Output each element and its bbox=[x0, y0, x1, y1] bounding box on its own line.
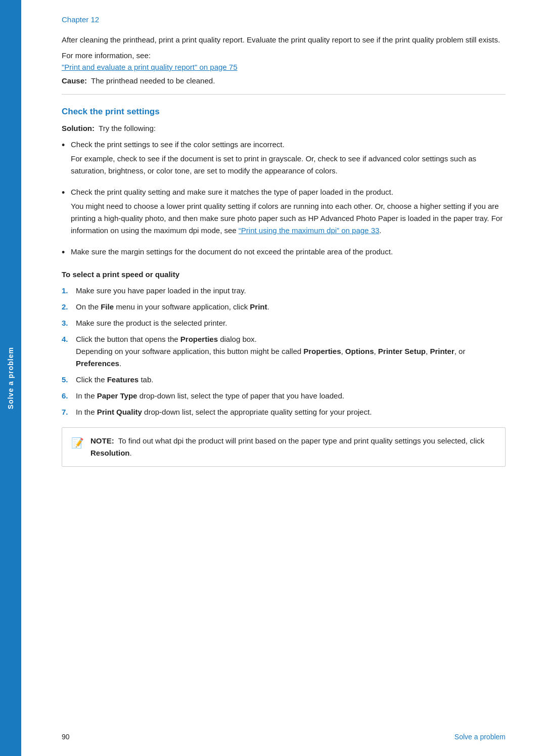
list-item: 7. In the Print Quality drop-down list, … bbox=[62, 406, 506, 418]
list-item: • Make sure the margin settings for the … bbox=[62, 246, 506, 260]
main-content: Chapter 12 After cleaning the printhead,… bbox=[21, 0, 546, 497]
step-number: 6. bbox=[62, 390, 76, 402]
step-number: 4. bbox=[62, 333, 76, 345]
list-item: • Check the print settings to see if the… bbox=[62, 139, 506, 179]
step-number: 7. bbox=[62, 406, 76, 418]
bullet2-detail: You might need to choose a lower print q… bbox=[71, 200, 506, 237]
section-title: Check the print settings bbox=[62, 107, 506, 117]
divider-top bbox=[62, 94, 506, 95]
max-dpi-link[interactable]: “Print using the maximum dpi” on page 33 bbox=[239, 226, 379, 235]
sidebar-label: Solve a problem bbox=[7, 347, 15, 409]
step-content: Make sure you have paper loaded in the i… bbox=[76, 285, 506, 297]
list-item: 6. In the Paper Type drop-down list, sel… bbox=[62, 390, 506, 402]
step-number: 5. bbox=[62, 374, 76, 386]
list-item: 2. On the File menu in your software app… bbox=[62, 301, 506, 313]
list-item: • Check the print quality setting and ma… bbox=[62, 186, 506, 239]
step-content: In the Print Quality drop-down list, sel… bbox=[76, 406, 506, 418]
bullet1-detail: For example, check to see if the documen… bbox=[71, 153, 506, 177]
bullet-dot: • bbox=[62, 187, 71, 199]
bullet-content: Check the print quality setting and make… bbox=[71, 186, 506, 239]
list-item: 5. Click the Features tab. bbox=[62, 374, 506, 386]
print-quality-link[interactable]: "Print and evaluate a print quality repo… bbox=[62, 63, 238, 71]
bullet1-main: Check the print settings to see if the c… bbox=[71, 139, 506, 151]
footer-section-label: Solve a problem bbox=[454, 733, 506, 741]
note-label: NOTE: bbox=[90, 436, 114, 445]
bullet3-main: Make sure the margin settings for the do… bbox=[71, 246, 506, 258]
solution-label: Solution: bbox=[62, 124, 95, 132]
cause-text: Cause: The printhead needed to be cleane… bbox=[62, 76, 506, 85]
bullet2-main: Check the print quality setting and make… bbox=[71, 186, 506, 198]
solution-line: Solution: Try the following: bbox=[62, 124, 506, 132]
bullet-dot: • bbox=[62, 247, 71, 258]
bullet-dot: • bbox=[62, 140, 71, 151]
step-content: Click the button that opens the Properti… bbox=[76, 333, 506, 370]
bullet-content: Check the print settings to see if the c… bbox=[71, 139, 506, 179]
subsection-title: To select a print speed or quality bbox=[62, 270, 506, 279]
bullet-content: Make sure the margin settings for the do… bbox=[71, 246, 506, 260]
for-more-text: For more information, see: bbox=[62, 51, 506, 60]
note-icon: 📝 bbox=[71, 435, 85, 451]
sidebar: Solve a problem bbox=[0, 0, 21, 756]
note-box: 📝 NOTE: To find out what dpi the product… bbox=[62, 427, 506, 467]
intro-para1: After cleaning the printhead, print a pr… bbox=[62, 34, 506, 46]
step-content: On the File menu in your software applic… bbox=[76, 301, 506, 313]
list-item: 3. Make sure the product is the selected… bbox=[62, 317, 506, 329]
step-number: 3. bbox=[62, 317, 76, 329]
footer: 90 Solve a problem bbox=[21, 733, 546, 741]
step-number: 2. bbox=[62, 301, 76, 313]
cause-detail: The printhead needed to be cleaned. bbox=[91, 76, 215, 85]
numbered-list: 1. Make sure you have paper loaded in th… bbox=[62, 285, 506, 418]
step-content: Click the Features tab. bbox=[76, 374, 506, 386]
step-content: Make sure the product is the selected pr… bbox=[76, 317, 506, 329]
bullet-list: • Check the print settings to see if the… bbox=[62, 139, 506, 260]
chapter-header: Chapter 12 bbox=[62, 15, 506, 24]
step-content: In the Paper Type drop-down list, select… bbox=[76, 390, 506, 402]
step-number: 1. bbox=[62, 285, 76, 297]
cause-label: Cause: bbox=[62, 76, 87, 85]
solution-text: Try the following: bbox=[99, 124, 156, 132]
footer-page-number: 90 bbox=[62, 733, 70, 741]
list-item: 4. Click the button that opens the Prope… bbox=[62, 333, 506, 370]
list-item: 1. Make sure you have paper loaded in th… bbox=[62, 285, 506, 297]
note-text: NOTE: To find out what dpi the product w… bbox=[90, 435, 496, 459]
